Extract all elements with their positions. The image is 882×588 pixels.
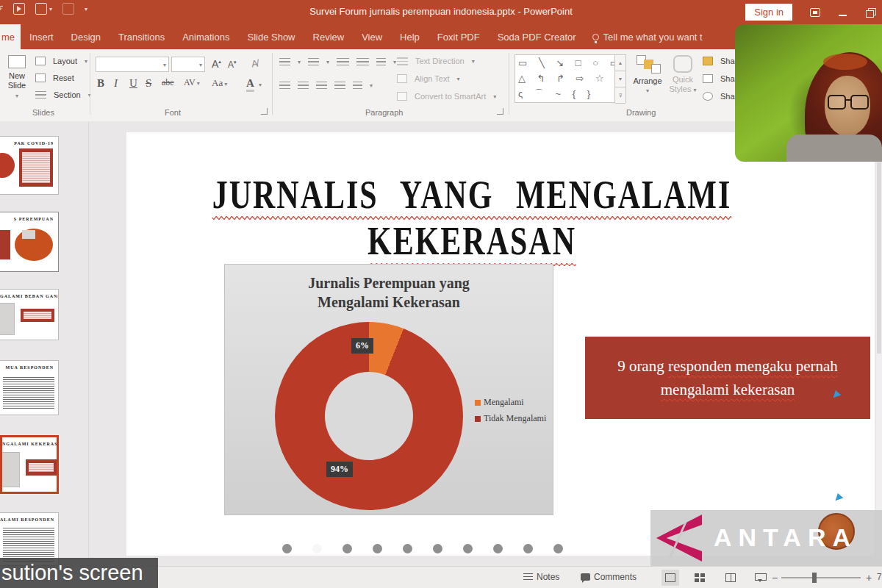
smartart-icon xyxy=(397,92,407,101)
shrink-font-button[interactable]: A▾ xyxy=(228,60,237,70)
columns-icon[interactable] xyxy=(353,82,362,90)
new-slide-button[interactable]: New Slide ▾ xyxy=(3,55,31,99)
shapes-row-1[interactable]: ▭ ╲ ↘ □ ○ ▭ xyxy=(515,55,625,71)
shape-effects-button[interactable]: Shap xyxy=(703,92,739,101)
shapes-gallery[interactable]: ▭ ╲ ↘ □ ○ ▭ △ ↰ ↱ ⇨ ☆ ς ⌒ ~ { } ▲▼⊽ xyxy=(514,54,626,103)
zoom-slider-track[interactable] xyxy=(781,577,861,578)
shapes-row-3[interactable]: ς ⌒ ~ { } xyxy=(515,86,625,101)
donut-hole xyxy=(325,372,413,460)
numbering-icon[interactable] xyxy=(308,58,319,66)
align-left-icon[interactable] xyxy=(279,82,290,90)
font-color-button[interactable]: A xyxy=(246,77,254,92)
increase-indent-icon[interactable] xyxy=(356,58,369,66)
bold-button[interactable]: B xyxy=(97,77,104,90)
quick-styles-button[interactable]: QuickStyles ▾ xyxy=(667,55,698,95)
normal-view-button[interactable] xyxy=(662,570,679,586)
callout-textbox[interactable]: 9 orang responden mengaku pernah mengala… xyxy=(585,337,870,419)
text-direction-button[interactable]: Text Direction▾ xyxy=(397,57,475,65)
tab-soda-pdf[interactable]: Soda PDF Creator xyxy=(489,25,585,49)
tab-home[interactable]: me xyxy=(0,24,21,49)
align-text-button[interactable]: Align Text▾ xyxy=(397,74,460,83)
antara-logo-text: ANTARA xyxy=(714,523,857,552)
nav-dot[interactable] xyxy=(553,544,563,553)
tab-view[interactable]: View xyxy=(353,25,391,49)
quick-styles-icon xyxy=(673,55,692,73)
thumb1-pie xyxy=(0,153,15,178)
align-center-icon[interactable] xyxy=(298,82,309,90)
italic-button[interactable]: I xyxy=(114,77,118,90)
slide-title[interactable]: JURNALIS YANG MENGALAMI KEKERASAN xyxy=(126,182,817,253)
nav-dot[interactable] xyxy=(463,544,473,553)
font-dialog-launcher[interactable] xyxy=(261,108,268,115)
chart-title-line1: Jurnalis Perempuan yang xyxy=(225,273,553,293)
tab-transitions[interactable]: Transitions xyxy=(110,25,173,49)
sign-in-button[interactable]: Sign in xyxy=(745,4,792,21)
shapes-row-2[interactable]: △ ↰ ↱ ⇨ ☆ xyxy=(515,71,625,86)
nav-dot[interactable] xyxy=(373,544,382,553)
tab-foxit-pdf[interactable]: Foxit PDF xyxy=(429,25,489,49)
decrease-indent-icon[interactable] xyxy=(337,58,349,66)
clear-formatting-button[interactable]: A̸ xyxy=(251,57,259,69)
strikethrough-button[interactable]: S xyxy=(146,77,151,90)
font-size-combobox[interactable]: ▾ xyxy=(171,57,205,72)
font-name-combobox[interactable]: ▾ xyxy=(96,57,169,72)
underline-button[interactable]: U xyxy=(129,77,137,90)
layout-button[interactable]: Layout▾ xyxy=(35,57,87,65)
zoom-in-button[interactable]: + xyxy=(866,572,872,584)
nav-dot[interactable] xyxy=(493,544,503,553)
character-spacing-button[interactable]: AV ▾ xyxy=(184,77,200,88)
notes-button[interactable]: Notes xyxy=(523,572,559,582)
thumbnail-slide-4[interactable]: MUA RESPONDEN xyxy=(0,360,59,415)
nav-dot[interactable] xyxy=(523,544,533,553)
tab-help[interactable]: Help xyxy=(391,25,429,49)
tab-design[interactable]: Design xyxy=(62,25,110,49)
slide-sorter-button[interactable] xyxy=(691,570,709,586)
nav-dot[interactable] xyxy=(403,544,412,553)
minimize-icon[interactable] xyxy=(838,8,848,17)
zoom-out-button[interactable]: − xyxy=(772,572,778,584)
title-bar: ↶ ▾ ▾ Survei Forum jurnalis perempuan in… xyxy=(0,0,882,24)
arrange-button[interactable]: Arrange ▾ xyxy=(631,55,664,94)
tab-slideshow[interactable]: Slide Show xyxy=(238,25,304,49)
change-case-button[interactable]: Aa ▾ xyxy=(212,77,227,89)
tab-animations[interactable]: Animations xyxy=(173,25,238,49)
thumbnail-slide-2[interactable]: S PEREMPUAN xyxy=(0,212,59,272)
font-color-caret[interactable]: ▾ xyxy=(259,77,262,90)
line-spacing-icon[interactable] xyxy=(376,58,386,66)
section-button[interactable]: Section▾ xyxy=(35,90,91,99)
nav-dot[interactable] xyxy=(433,544,442,553)
convert-smartart-button[interactable]: Convert to SmartArt▾ xyxy=(397,92,496,101)
donut-chart-image[interactable]: Jurnalis Perempuan yang Mengalami Kekera… xyxy=(225,265,553,514)
reading-view-button[interactable] xyxy=(722,570,739,586)
subscript-abc-button[interactable]: abc xyxy=(162,77,174,88)
paragraph-dialog-launcher[interactable] xyxy=(497,108,503,115)
thumbnail-slide-3[interactable]: GALAMI BEBAN GANDA xyxy=(0,289,59,340)
thumbnail-slide-5-selected[interactable]: NGALAMI KEKERASAN xyxy=(0,435,59,494)
current-slide[interactable]: JURNALIS YANG MENGALAMI KEKERASAN Jurnal… xyxy=(126,132,875,556)
shape-fill-button[interactable]: Shap xyxy=(703,57,739,65)
nav-dot-active[interactable] xyxy=(312,544,322,553)
reset-button[interactable]: Reset xyxy=(35,74,74,82)
zoom-slider-thumb[interactable] xyxy=(812,573,817,583)
ribbon-display-options-icon[interactable] xyxy=(810,8,820,17)
slideshow-view-button[interactable] xyxy=(751,570,769,586)
nav-dot[interactable] xyxy=(343,544,352,553)
tab-review[interactable]: Review xyxy=(304,25,354,49)
comments-button[interactable]: Comments xyxy=(581,572,637,582)
legend-swatch-orange xyxy=(475,400,481,406)
restore-icon[interactable] xyxy=(866,8,876,17)
align-right-icon[interactable] xyxy=(316,82,327,90)
shape-outline-button[interactable]: Shap xyxy=(703,74,739,83)
shapes-gallery-scroll[interactable]: ▲▼⊽ xyxy=(614,55,625,102)
thumbnail-slide-1[interactable]: PAK COVID-19 xyxy=(0,136,59,195)
tell-me-box[interactable]: Tell me what you want t xyxy=(592,32,703,43)
comments-icon xyxy=(581,573,590,581)
justify-icon[interactable] xyxy=(334,82,345,90)
grow-font-button[interactable]: A▴ xyxy=(212,58,221,70)
nav-dot[interactable] xyxy=(282,544,292,553)
section-icon xyxy=(35,91,46,99)
tab-insert[interactable]: Insert xyxy=(21,25,62,49)
bullets-icon[interactable] xyxy=(279,58,290,66)
reading-view-icon xyxy=(725,573,736,582)
canvas-scrollbar[interactable] xyxy=(876,162,882,559)
